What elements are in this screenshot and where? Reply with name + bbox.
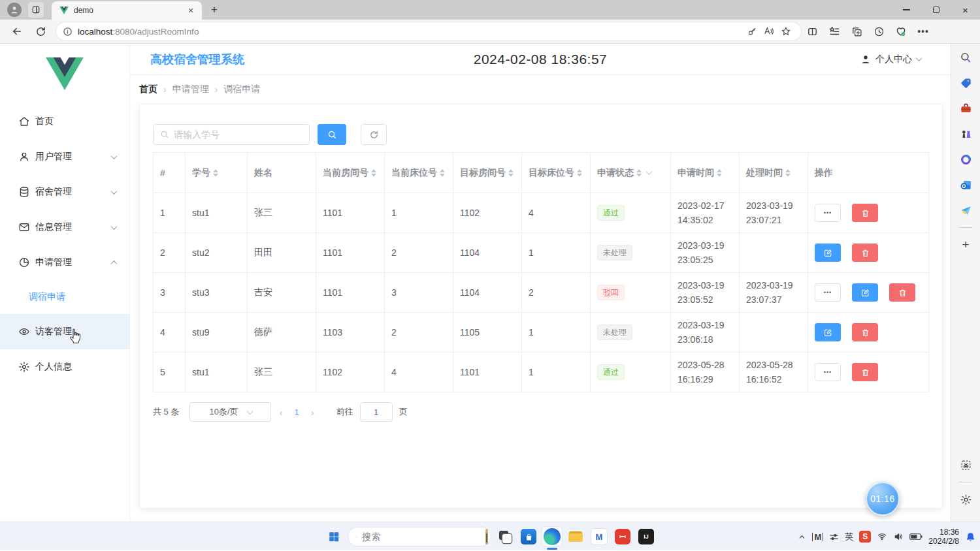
- search-highlight-image[interactable]: [485, 529, 488, 544]
- prev-page-button[interactable]: ‹: [271, 407, 290, 418]
- tab-close-icon[interactable]: ×: [185, 5, 197, 16]
- more-button[interactable]: •••: [815, 283, 841, 302]
- address-bar[interactable]: localhost:8080/adjustRoomInfo: [56, 22, 801, 40]
- delete-button[interactable]: [852, 323, 878, 341]
- new-tab-button[interactable]: +: [206, 1, 223, 18]
- column-header-target_bed[interactable]: 目标床位号: [522, 153, 591, 193]
- column-header-process_time[interactable]: 处理时间: [740, 153, 808, 193]
- microsoft-store-icon[interactable]: [519, 527, 538, 546]
- sort-caret-icon[interactable]: [636, 166, 642, 180]
- goto-page-input[interactable]: [360, 402, 393, 422]
- browser-menu-icon[interactable]: •••: [912, 22, 934, 41]
- favorites-icon[interactable]: [823, 22, 845, 41]
- edit-button[interactable]: [852, 283, 878, 302]
- read-aloud-icon[interactable]: [760, 23, 777, 40]
- sidebar-item-home[interactable]: 首页: [0, 104, 129, 139]
- delete-button[interactable]: [852, 363, 878, 381]
- sort-caret-icon[interactable]: [213, 166, 218, 180]
- sidebar-item-personal-info[interactable]: 个人信息: [0, 349, 129, 385]
- sidebar-item-application-management[interactable]: 申请管理: [0, 245, 129, 280]
- volume-icon[interactable]: [893, 532, 904, 541]
- site-info-icon[interactable]: [63, 27, 73, 37]
- sort-caret-icon[interactable]: [440, 166, 445, 180]
- start-button[interactable]: [324, 527, 344, 546]
- outlook-icon[interactable]: [956, 175, 975, 195]
- taskbar-search-input[interactable]: [362, 531, 480, 542]
- sort-caret-icon[interactable]: [717, 166, 722, 180]
- more-button[interactable]: •••: [815, 204, 841, 222]
- games-icon[interactable]: [956, 124, 975, 144]
- browser-profile-avatar[interactable]: [7, 3, 22, 17]
- sort-caret-icon[interactable]: [577, 166, 582, 180]
- huawei-app-icon[interactable]: [613, 527, 632, 546]
- edge-browser-icon[interactable]: [542, 527, 562, 546]
- column-header-status[interactable]: 申请状态: [591, 153, 671, 193]
- delete-button[interactable]: [852, 204, 878, 222]
- markdown-app-icon[interactable]: M: [589, 527, 609, 546]
- notification-bell-icon[interactable]: [965, 531, 976, 543]
- window-minimize-button[interactable]: [892, 0, 921, 20]
- next-page-button[interactable]: ›: [303, 407, 322, 418]
- search-button[interactable]: [318, 124, 346, 145]
- wifi-icon[interactable]: [877, 532, 887, 541]
- sogou-input-icon[interactable]: S: [859, 531, 871, 543]
- tray-clock[interactable]: 18:36 2024/2/8: [928, 527, 959, 546]
- reload-button[interactable]: [31, 22, 50, 41]
- sidebar-item-visitor-management[interactable]: 访客管理: [0, 314, 129, 349]
- taskbar-search-box[interactable]: [348, 527, 491, 546]
- column-header-current_room[interactable]: 当前房间号: [316, 153, 385, 193]
- edit-button[interactable]: [815, 323, 841, 341]
- file-explorer-icon[interactable]: [566, 527, 585, 546]
- column-header-student_id[interactable]: 学号: [186, 153, 248, 193]
- delete-button[interactable]: [852, 244, 878, 262]
- window-close-button[interactable]: ×: [951, 0, 980, 20]
- sort-caret-icon[interactable]: [508, 166, 514, 180]
- bing-search-icon[interactable]: [956, 48, 975, 67]
- column-header-current_bed[interactable]: 当前床位号: [385, 153, 453, 193]
- favorite-star-icon[interactable]: [777, 23, 794, 40]
- sidebar-item-dorm-management[interactable]: 宿舍管理: [0, 174, 129, 210]
- breadcrumb-home[interactable]: 首页: [139, 84, 157, 95]
- tray-chevron-up-icon[interactable]: [798, 533, 806, 541]
- sidebar-item-info-management[interactable]: 信息管理: [0, 210, 129, 245]
- sidebar-item-adjust-room-application[interactable]: 调宿申请: [0, 280, 129, 314]
- history-icon[interactable]: [868, 22, 890, 41]
- sidebar-item-user-management[interactable]: 用户管理: [0, 139, 129, 174]
- column-header-target_room[interactable]: 目标房间号: [453, 153, 522, 193]
- tray-sliders-icon[interactable]: [829, 532, 839, 542]
- ime-language-indicator[interactable]: 英: [845, 531, 853, 543]
- split-screen-icon[interactable]: [801, 22, 823, 41]
- back-button[interactable]: [7, 22, 27, 41]
- shopping-icon[interactable]: [956, 73, 975, 93]
- search-input[interactable]: [174, 129, 302, 140]
- tray-m-app-icon[interactable]: M: [812, 533, 823, 541]
- sidebar-settings-icon[interactable]: [956, 490, 975, 509]
- user-center-menu[interactable]: 个人中心: [860, 54, 921, 65]
- browser-essentials-icon[interactable]: [890, 22, 912, 41]
- toolbox-icon[interactable]: [956, 99, 975, 118]
- intellij-idea-icon[interactable]: IJ: [636, 527, 656, 546]
- sort-caret-icon[interactable]: [785, 166, 791, 180]
- breadcrumb-item[interactable]: 申请管理: [172, 84, 209, 95]
- more-button[interactable]: •••: [815, 363, 841, 381]
- password-key-icon[interactable]: [743, 23, 760, 40]
- drop-icon[interactable]: [956, 200, 975, 220]
- filter-chevron-icon[interactable]: [646, 168, 653, 175]
- task-view-icon[interactable]: [495, 527, 515, 546]
- sort-caret-icon[interactable]: [371, 166, 376, 180]
- sidebar-add-button[interactable]: +: [956, 235, 975, 255]
- battery-icon[interactable]: [909, 533, 923, 541]
- refresh-button[interactable]: [361, 124, 387, 145]
- collections-icon[interactable]: [845, 22, 868, 41]
- browser-tab[interactable]: demo ×: [52, 1, 202, 20]
- microsoft-365-icon[interactable]: [956, 150, 975, 169]
- delete-button[interactable]: [889, 283, 915, 302]
- screenshot-snip-icon[interactable]: [956, 455, 975, 475]
- page-size-select[interactable]: 10条/页: [189, 402, 271, 422]
- workspaces-icon[interactable]: [28, 2, 44, 18]
- column-header-apply_time[interactable]: 申请时间: [671, 153, 740, 193]
- edit-button[interactable]: [815, 244, 841, 262]
- window-maximize-button[interactable]: [921, 0, 951, 20]
- student-id-search-field[interactable]: [153, 124, 310, 145]
- current-page[interactable]: 1: [290, 407, 302, 417]
